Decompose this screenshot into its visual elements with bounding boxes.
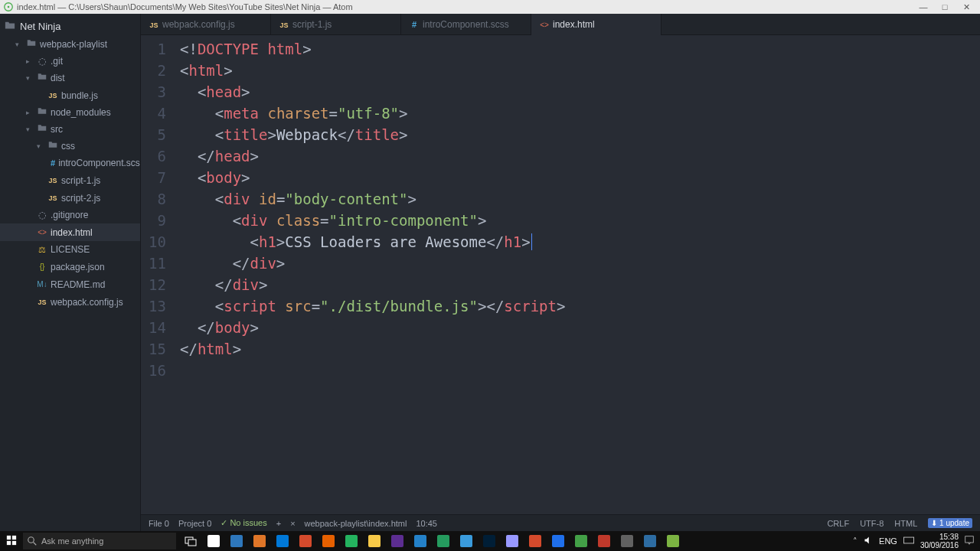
code-editor[interactable]: 12345678910111213141516 <!DOCTYPE html><… [141,35,980,514]
code-line[interactable]: <div id="body-content"> [180,188,565,210]
code-line[interactable]: <h1>CSS Loaders are Awesome</h1> [180,231,565,253]
taskbar-app-icon[interactable] [662,531,684,551]
code-line[interactable]: <title>Webpack</title> [180,124,565,145]
cortana-search[interactable]: Ask me anything [23,533,176,549]
close-window-button[interactable]: ✕ [956,2,977,12]
taskbar-app-icon[interactable] [225,531,248,551]
tree-item[interactable]: JSscript-2.js [0,189,140,207]
taskbar-app-icon[interactable] [455,531,478,551]
maximize-button[interactable]: □ [934,2,956,11]
tray-chevron-icon[interactable]: ˄ [853,536,858,546]
tree-item[interactable]: M↓README.md [0,276,140,293]
code-line[interactable]: <meta charset="utf-8"> [180,103,565,124]
tree-item[interactable]: #introComponent.scss [0,155,140,171]
chevron-icon: ▸ [26,54,34,68]
js-icon: JS [279,19,289,30]
code-line[interactable]: </div> [180,274,565,295]
tree-item[interactable]: JSscript-1.js [0,171,140,189]
code-line[interactable]: <div class="intro-component"> [180,210,565,231]
status-grammar[interactable]: HTML [894,519,917,528]
code-line[interactable]: </html> [180,338,565,360]
taskbar-app-icon[interactable] [271,531,294,551]
taskbar-app-icon[interactable] [478,531,501,551]
taskbar-app-icon[interactable] [202,531,225,551]
code-line[interactable]: </head> [180,145,565,167]
js-icon: JS [47,88,58,103]
tree-item[interactable]: ▾dist [0,70,140,86]
code-line[interactable]: </body> [180,317,565,338]
start-button[interactable] [0,535,23,548]
task-view-button[interactable] [179,531,202,551]
taskbar-app-icon[interactable] [524,531,547,551]
tray-clock[interactable]: 15:38 30/09/2016 [920,533,959,549]
code-line[interactable]: <!DOCTYPE html> [180,38,565,60]
text-cursor [531,233,532,250]
status-path[interactable]: webpack-playlist\index.html [305,519,407,528]
tab-label: introComponent.scss [423,19,509,30]
status-updates[interactable]: ⬇ 1 update [928,518,972,528]
tree-item[interactable]: <>index.html [0,223,140,241]
status-cursor[interactable]: 10:45 [416,519,437,528]
search-placeholder: Ask me anything [41,536,103,546]
status-issues[interactable]: ✓ No issues [220,518,266,528]
taskbar-app-icon[interactable] [570,531,593,551]
taskbar-app-icon[interactable] [248,531,271,551]
taskbar-app-icon[interactable] [294,531,317,551]
js-icon: JS [47,191,58,205]
file-tree-sidebar[interactable]: Net Ninja ▾webpack-playlist▸◌.git▾distJS… [0,14,141,531]
tree-item[interactable]: ▾webpack-playlist [0,36,140,53]
taskbar-app-icon[interactable] [501,531,524,551]
taskbar-app-icon[interactable] [432,531,455,551]
taskbar-app-icon[interactable] [317,531,340,551]
editor-tab[interactable]: <>index.html [531,14,662,34]
tray-volume-icon[interactable] [864,536,873,546]
chevron-icon: ▸ [26,106,34,119]
tree-item[interactable]: ▾css [0,138,140,155]
taskbar-app-icon[interactable] [386,531,409,551]
code-line[interactable]: <body> [180,167,565,188]
status-file[interactable]: File 0 [149,519,169,528]
status-project[interactable]: Project 0 [178,519,211,528]
status-close[interactable]: × [290,519,295,528]
code-lines[interactable]: <!DOCTYPE html><html> <head> <meta chars… [175,35,565,514]
taskbar-app-icon[interactable] [547,531,570,551]
status-encoding[interactable]: UTF-8 [860,519,884,528]
js-icon: JS [149,19,159,30]
status-eol[interactable]: CRLF [827,519,849,528]
tree-item[interactable]: {}package.json [0,258,140,276]
tree-item[interactable]: ▸node_modules [0,104,140,121]
editor-tab[interactable]: #introComponent.scss [401,14,531,34]
editor-tab[interactable]: JSwebpack.config.js [141,14,271,34]
tree-item[interactable]: JSbundle.js [0,86,140,104]
code-line[interactable]: <head> [180,81,565,103]
tree-item[interactable]: ▾src [0,121,140,138]
tree-item-label: css [61,139,75,153]
tray-notifications-icon[interactable] [965,536,974,546]
status-add[interactable]: + [276,519,281,528]
tree-item[interactable]: ▸◌.git [0,53,140,70]
taskbar-app-icon[interactable] [593,531,616,551]
taskbar-app-icon[interactable] [616,531,639,551]
minimize-button[interactable]: — [913,2,934,11]
taskbar-app-icon[interactable] [409,531,432,551]
editor-tabs: JSwebpack.config.jsJSscript-1.js#introCo… [141,14,980,35]
code-line[interactable]: <script src="./dist/bundle.js"></script> [180,295,565,317]
folder-icon [26,37,37,51]
tree-item[interactable]: ⚖LICENSE [0,241,140,258]
project-root-label: Net Ninja [20,21,60,32]
project-root[interactable]: Net Ninja [0,14,140,36]
tree-item-label: .git [51,54,63,68]
folder-icon [5,20,15,33]
editor-tab[interactable]: JSscript-1.js [271,14,401,34]
taskbar-app-icon[interactable] [639,531,662,551]
tab-label: index.html [553,19,595,30]
tray-language[interactable]: ENG [879,536,897,546]
tree-item[interactable]: JSwebpack.config.js [0,293,140,311]
taskbar-app-icon[interactable] [340,531,363,551]
tree-item-label: webpack.config.js [51,295,123,309]
tray-keyboard-icon[interactable] [903,536,914,546]
tree-item[interactable]: ◌.gitignore [0,207,140,223]
taskbar-app-icon[interactable] [363,531,386,551]
code-line[interactable]: </div> [180,253,565,274]
code-line[interactable]: <html> [180,60,565,81]
